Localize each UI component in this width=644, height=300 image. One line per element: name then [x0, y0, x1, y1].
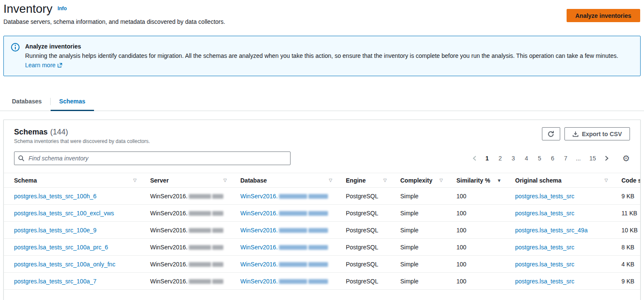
redacted-text — [212, 245, 223, 250]
engine-cell: PostgreSQL — [339, 256, 393, 273]
column-header-similarity[interactable]: Similarity %▼ — [450, 173, 508, 188]
redacted-text — [189, 262, 211, 267]
column-header-server[interactable]: Server▽ — [143, 173, 234, 188]
analyze-inventories-button[interactable]: Analyze inventories — [567, 9, 641, 22]
complexity-cell: Simple — [393, 222, 450, 239]
original-schema-link[interactable]: postgres.lsa_tests_src — [515, 261, 574, 268]
page-number[interactable]: 7 — [563, 154, 569, 163]
redacted-text — [308, 211, 328, 216]
schemas-card: Schemas(144) Schema inventories that wer… — [3, 120, 641, 300]
filter-icon[interactable]: ▽ — [133, 178, 137, 183]
code-size-cell: 9 KB — [615, 188, 640, 205]
server-name: WinServ2016. — [150, 193, 188, 200]
refresh-button[interactable] — [542, 127, 560, 140]
filter-icon[interactable]: ▽ — [223, 178, 227, 183]
engine-cell: PostgreSQL — [339, 205, 393, 222]
column-header-database[interactable]: Database▽ — [234, 173, 339, 188]
column-header-original-schema[interactable]: Original schema▽ — [508, 173, 615, 188]
filter-icon[interactable]: ▽ — [329, 178, 332, 183]
redacted-text — [212, 279, 223, 284]
table-row: postgres.lsa_tests_src_100h_6 WinServ201… — [4, 188, 640, 205]
original-schema-link[interactable]: postgres.lsa_tests_src — [515, 193, 574, 200]
card-title: Schemas — [14, 128, 48, 136]
export-csv-label: Export to CSV — [582, 131, 622, 137]
page-number[interactable]: 15 — [588, 154, 597, 163]
table-toolbar: 1 2 3 4 5 6 7 ... 15 ⚙ — [4, 151, 640, 165]
redacted-text — [308, 262, 328, 267]
alert-body: Running the analysis helps identify cand… — [25, 51, 629, 70]
database-link[interactable]: WinServ2016. — [240, 244, 328, 251]
filter-icon[interactable]: ▽ — [383, 178, 387, 183]
pagination: 1 2 3 4 5 6 7 ... 15 ⚙ — [472, 154, 630, 163]
sort-descending-icon[interactable]: ▼ — [497, 178, 502, 183]
database-link[interactable]: WinServ2016. — [240, 210, 328, 217]
alert-content: Analyze inventories Running the analysis… — [25, 42, 629, 70]
complexity-cell: Simple — [393, 188, 450, 205]
column-header-code-size[interactable]: Code size — [615, 173, 640, 188]
redacted-text — [212, 228, 223, 233]
redacted-text — [308, 228, 328, 233]
schema-link[interactable]: postgres.lsa_tests_src_100h_6 — [14, 193, 97, 200]
complexity-cell: Simple — [393, 256, 450, 273]
server-name: WinServ2016. — [150, 227, 188, 234]
database-link[interactable]: WinServ2016. — [240, 261, 328, 268]
next-page-icon[interactable] — [604, 155, 609, 161]
inventory-page: Inventory Info Database servers, schema … — [0, 0, 644, 300]
card-actions: Export to CSV — [542, 127, 630, 140]
complexity-cell: Simple — [393, 205, 450, 222]
column-header-engine[interactable]: Engine▽ — [339, 173, 393, 188]
server-name: WinServ2016. — [150, 261, 188, 268]
tab-databases[interactable]: Databases — [3, 92, 50, 111]
page-number[interactable]: 6 — [550, 154, 556, 163]
original-schema-link[interactable]: postgres.lsa_tests_src — [515, 278, 574, 285]
table-row: postgres.lsa_tests_src_100a_7 WinServ201… — [4, 273, 640, 290]
similarity-cell: 100 — [450, 273, 508, 290]
page-number[interactable]: 1 — [484, 154, 490, 163]
database-link[interactable]: WinServ2016. — [240, 193, 328, 200]
code-size-cell: 4 KB — [615, 256, 640, 273]
column-header-schema[interactable]: Schema▽ — [4, 173, 143, 188]
schema-link[interactable]: postgres.lsa_tests_src_100a_7 — [14, 278, 97, 285]
schema-link[interactable]: postgres.lsa_tests_src_100a_prc_6 — [14, 244, 108, 251]
code-size-cell: 10 KB — [615, 222, 640, 239]
redacted-text — [308, 279, 328, 284]
learn-more-link[interactable]: Learn more — [25, 62, 63, 69]
page-number[interactable]: 2 — [497, 154, 503, 163]
database-link[interactable]: WinServ2016. — [240, 227, 328, 234]
engine-cell: PostgreSQL — [339, 239, 393, 256]
schema-link[interactable]: postgres.lsa_tests_src_100_excl_vws — [14, 210, 114, 217]
export-csv-button[interactable]: Export to CSV — [564, 127, 630, 140]
redacted-text — [308, 245, 328, 250]
redacted-text — [189, 194, 211, 199]
column-header-complexity[interactable]: Complexity▽ — [393, 173, 450, 188]
schemas-table: Schema▽ Server▽ Database▽ Engine▽ Comple… — [4, 173, 640, 290]
redacted-text — [308, 194, 328, 199]
external-link-icon — [57, 62, 63, 69]
card-header: Schemas(144) Schema inventories that wer… — [4, 120, 640, 144]
page-number[interactable]: 4 — [524, 154, 530, 163]
filter-icon[interactable]: ▽ — [439, 178, 443, 183]
database-link[interactable]: WinServ2016. — [240, 278, 328, 285]
tab-schemas[interactable]: Schemas — [51, 92, 94, 111]
search-input[interactable] — [14, 151, 291, 165]
original-schema-link[interactable]: postgres.lsa_tests_src_49a — [515, 227, 587, 234]
schema-link[interactable]: postgres.lsa_tests_src_100a_only_fnc — [14, 261, 115, 268]
card-count: (144) — [50, 128, 68, 136]
redacted-text — [279, 194, 307, 199]
schema-link[interactable]: postgres.lsa_tests_src_100e_9 — [14, 227, 97, 234]
engine-cell: PostgreSQL — [339, 222, 393, 239]
page-number[interactable]: 3 — [510, 154, 516, 163]
info-link[interactable]: Info — [57, 6, 67, 11]
similarity-cell: 100 — [450, 239, 508, 256]
similarity-cell: 100 — [450, 205, 508, 222]
info-icon — [11, 43, 20, 52]
filter-icon[interactable]: ▽ — [604, 178, 608, 183]
previous-page-icon[interactable] — [472, 155, 477, 161]
redacted-text — [189, 228, 211, 233]
redacted-text — [279, 245, 307, 250]
original-schema-link[interactable]: postgres.lsa_tests_src — [515, 210, 574, 217]
original-schema-link[interactable]: postgres.lsa_tests_src — [515, 244, 574, 251]
redacted-text — [189, 211, 211, 216]
preferences-gear-icon[interactable]: ⚙ — [622, 154, 630, 163]
page-number[interactable]: 5 — [536, 154, 542, 163]
